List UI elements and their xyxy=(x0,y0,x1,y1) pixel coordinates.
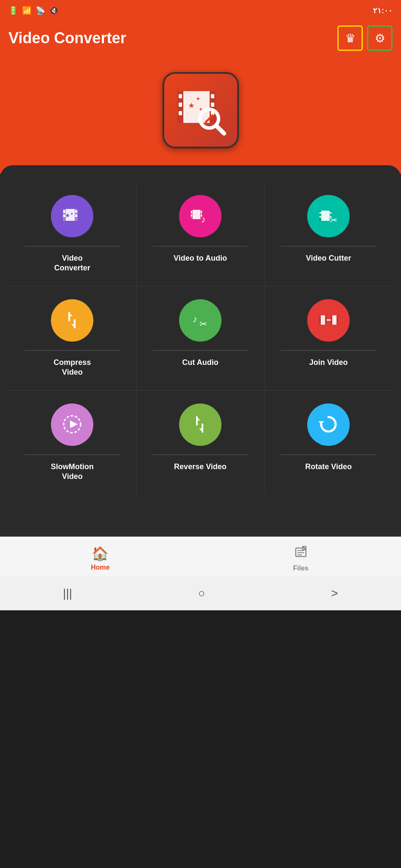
home-icon: 🏠 xyxy=(92,545,109,562)
slowmotion-video-label: SlowMotionVideo xyxy=(51,462,94,482)
content-spacer xyxy=(0,511,401,537)
divider xyxy=(153,350,248,351)
svg-rect-20 xyxy=(75,210,77,213)
svg-rect-46 xyxy=(331,315,332,325)
bottom-nav: 🏠 Home Files xyxy=(0,537,401,576)
svg-rect-27 xyxy=(191,211,192,213)
divider xyxy=(153,246,248,247)
video-to-audio-icon: ♪ xyxy=(179,195,222,237)
app-title: Video Converter xyxy=(8,29,126,47)
svg-marker-51 xyxy=(318,421,324,424)
svg-rect-7 xyxy=(211,103,214,107)
battery-icon: 🔋 xyxy=(8,6,18,15)
crown-button[interactable]: ♛ xyxy=(337,25,363,51)
svg-text:♪: ♪ xyxy=(201,214,206,225)
files-label: Files xyxy=(293,565,308,572)
cut-audio-icon: ♪ ✂ xyxy=(179,299,222,342)
grid-item-slowmotion-video[interactable]: SlowMotionVideo xyxy=(8,391,137,495)
svg-rect-37 xyxy=(330,212,331,214)
video-converter-label: VideoConverter xyxy=(54,253,90,273)
svg-rect-35 xyxy=(320,212,321,214)
grid-item-join-video[interactable]: Join Video xyxy=(264,287,393,391)
rotate-video-icon xyxy=(307,403,350,446)
svg-text:✦: ✦ xyxy=(196,95,201,102)
svg-rect-5 xyxy=(179,111,182,115)
rotate-video-label: Rotate Video xyxy=(305,462,352,472)
status-bar: 🔋 📶 📡 🔇 ۲۱:۰۰ xyxy=(0,0,401,21)
mute-icon: 🔇 xyxy=(49,6,59,15)
home-button[interactable]: ○ xyxy=(198,587,205,600)
svg-text:✂: ✂ xyxy=(199,319,207,329)
grid-item-cut-audio[interactable]: ♪ ✂ Cut Audio xyxy=(137,287,265,391)
nav-home[interactable]: 🏠 Home xyxy=(0,545,201,572)
home-label: Home xyxy=(91,564,109,571)
svg-rect-43 xyxy=(319,315,321,325)
join-video-label: Join Video xyxy=(309,358,348,367)
app-logo: ★ ✦ ✦ xyxy=(163,72,239,148)
svg-rect-28 xyxy=(191,214,192,217)
svg-text:✦: ✦ xyxy=(70,211,73,216)
divider xyxy=(25,350,120,351)
svg-text:✂: ✂ xyxy=(330,215,337,225)
divider xyxy=(153,454,248,455)
svg-rect-4 xyxy=(179,103,182,107)
cut-audio-label: Cut Audio xyxy=(182,358,218,367)
settings-button[interactable]: ⚙ xyxy=(367,25,393,51)
status-time: ۲۱:۰۰ xyxy=(373,6,393,15)
back-button[interactable]: ||| xyxy=(63,587,72,600)
video-cutter-label: Video Cutter xyxy=(306,253,351,263)
app-header: Video Converter ♛ ⚙ xyxy=(0,21,401,64)
files-icon xyxy=(294,545,308,562)
join-video-icon xyxy=(307,299,350,342)
video-to-audio-label: Video to Audio xyxy=(174,253,227,263)
svg-rect-47 xyxy=(337,315,338,325)
wifi-icon: 📡 xyxy=(36,6,45,15)
grid-item-video-to-audio[interactable]: ♪ Video to Audio xyxy=(137,182,265,287)
svg-rect-21 xyxy=(75,214,77,217)
grid-item-rotate-video[interactable]: Rotate Video xyxy=(264,391,393,495)
reverse-video-label: Reverse Video xyxy=(174,462,227,472)
grid-item-video-cutter[interactable]: ✂ Video Cutter xyxy=(264,182,393,287)
main-content: ★ ✦ VideoConverter ♪ xyxy=(0,165,401,511)
recent-button[interactable]: > xyxy=(331,587,338,600)
grid-item-compress-video[interactable]: CompressVideo xyxy=(8,287,137,391)
svg-text:★: ★ xyxy=(188,101,195,110)
svg-marker-50 xyxy=(70,420,78,428)
video-cutter-icon: ✂ xyxy=(307,195,350,237)
slowmotion-icon xyxy=(51,403,93,446)
nav-files[interactable]: Files xyxy=(201,545,401,572)
svg-line-13 xyxy=(216,125,224,134)
divider xyxy=(25,246,120,247)
status-icons: 🔋 📶 📡 🔇 xyxy=(8,6,59,15)
app-icon-area: ★ ✦ ✦ xyxy=(0,64,401,174)
grid-item-video-converter[interactable]: ★ ✦ VideoConverter xyxy=(8,182,137,287)
divider xyxy=(25,454,120,455)
grid-item-reverse-video[interactable]: Reverse Video xyxy=(137,391,265,495)
svg-rect-29 xyxy=(201,211,202,213)
header-actions: ♛ ⚙ xyxy=(337,25,393,51)
video-converter-icon: ★ ✦ xyxy=(51,195,93,237)
svg-rect-6 xyxy=(211,94,214,98)
svg-rect-3 xyxy=(179,94,182,98)
divider xyxy=(281,454,376,455)
signal-icon: 📶 xyxy=(22,6,31,15)
reverse-video-icon xyxy=(179,403,222,446)
svg-rect-36 xyxy=(320,216,321,218)
feature-grid: ★ ✦ VideoConverter ♪ xyxy=(8,182,393,494)
system-nav-bar: ||| ○ > xyxy=(0,576,401,610)
compress-video-label: CompressVideo xyxy=(53,358,91,378)
svg-text:♪: ♪ xyxy=(193,314,197,324)
compress-video-icon xyxy=(51,299,93,342)
divider xyxy=(281,246,376,247)
divider xyxy=(281,350,376,351)
svg-rect-44 xyxy=(325,315,327,325)
